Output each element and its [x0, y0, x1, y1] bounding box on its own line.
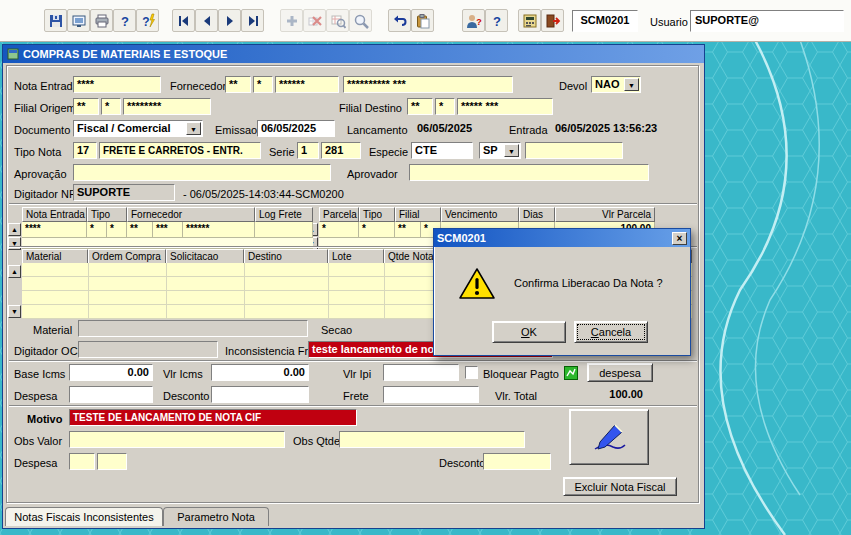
numero-field[interactable]: 281 — [321, 142, 361, 159]
grid-header[interactable]: Tipo — [359, 207, 395, 222]
window-titlebar[interactable]: COMPRAS DE MATERIAIS E ESTOQUE — [3, 45, 704, 63]
scroll-down-button[interactable]: ▼ — [8, 305, 21, 318]
chevron-down-icon[interactable]: ▼ — [504, 144, 519, 157]
grid-header[interactable]: Material — [22, 249, 88, 264]
obs-qtde-field[interactable] — [339, 431, 525, 448]
filial-destino-1-field[interactable]: ** — [407, 98, 433, 115]
vlr-ipi-field[interactable] — [383, 364, 459, 381]
desconto-field[interactable] — [211, 386, 309, 403]
grid-header[interactable]: Ordem Compra — [88, 249, 166, 264]
tipo-nota-desc-field[interactable]: FRETE E CARRETOS - ENTR. — [99, 142, 261, 159]
serie-field[interactable]: 1 — [297, 142, 319, 159]
context-help-button[interactable]: ? — [136, 9, 159, 32]
chevron-down-icon[interactable]: ▼ — [624, 78, 639, 91]
grid-cell[interactable]: * — [319, 222, 359, 238]
grid-cell[interactable]: **** — [22, 222, 87, 238]
grid-header[interactable]: Log Frete — [255, 207, 313, 222]
usuario-input[interactable]: SUPORTE@ — [690, 10, 844, 32]
preview-button[interactable] — [67, 9, 90, 32]
tab-notas-fiscais-inconsistentes[interactable]: Notas Fiscais Inconsistentes — [5, 507, 163, 526]
grid-header[interactable]: Destino — [244, 249, 328, 264]
grid-cell[interactable]: * — [107, 222, 127, 238]
bloquear-pagto-checkbox[interactable] — [465, 366, 478, 379]
search-grid-button[interactable] — [326, 9, 349, 32]
scroll-down-button[interactable]: ▼ — [8, 237, 21, 250]
prior-record-button[interactable] — [195, 9, 218, 32]
chevron-down-icon[interactable]: ▼ — [186, 122, 201, 135]
grid-header[interactable]: Vlr Parcela — [555, 207, 655, 222]
aprovacao-field[interactable] — [73, 164, 331, 181]
dialog-close-icon[interactable]: × — [672, 232, 687, 245]
grid-cell[interactable]: *** — [153, 222, 183, 238]
grid-header[interactable]: Filial — [395, 207, 441, 222]
print-button[interactable] — [90, 9, 113, 32]
despesa-field[interactable] — [69, 386, 153, 403]
despesa2-field-1[interactable] — [69, 453, 95, 470]
filial-destino-3-field[interactable]: ***** *** — [457, 98, 553, 115]
scroll-up-button[interactable]: ▲ — [8, 223, 21, 236]
user-help-button[interactable]: ? — [462, 9, 485, 32]
exit-button[interactable] — [541, 9, 564, 32]
ok-button[interactable]: OK — [492, 321, 566, 343]
dialog-titlebar[interactable]: SCM0201 × — [434, 229, 690, 247]
scroll-up-button[interactable]: ▲ — [8, 265, 21, 278]
grid-cell[interactable] — [255, 222, 313, 238]
tipo-nota-cod-field[interactable]: 17 — [73, 142, 97, 159]
sign-button[interactable] — [569, 409, 649, 465]
uf-combo[interactable]: SP▼ — [479, 142, 521, 159]
grid-cell[interactable]: ** — [395, 222, 421, 238]
despesa2-field-2[interactable] — [97, 453, 127, 470]
base-icms-field[interactable]: 0.00 — [69, 364, 153, 381]
delete-record-button[interactable] — [303, 9, 326, 32]
grid-header[interactable]: Dias — [519, 207, 555, 222]
grid-header[interactable]: Nota Entrada — [22, 207, 87, 222]
devol-combo[interactable]: NAO▼ — [591, 76, 641, 93]
nota-entrada-label: Nota Entrada — [14, 79, 79, 93]
undo-button[interactable] — [388, 9, 411, 32]
paste-button[interactable] — [411, 9, 434, 32]
grid-header[interactable]: Solicitacao — [166, 249, 244, 264]
fornecedor-cod1-field[interactable]: ** — [225, 76, 251, 93]
extra-field[interactable] — [525, 142, 623, 159]
grid-cell[interactable]: * — [359, 222, 395, 238]
fornecedor-cod2-field[interactable]: * — [253, 76, 273, 93]
nota-entrada-field[interactable]: **** — [73, 76, 161, 93]
search-button[interactable] — [349, 9, 372, 32]
insert-record-button[interactable] — [280, 9, 303, 32]
cancel-button[interactable]: Cancela — [574, 321, 648, 343]
frete-field[interactable] — [383, 386, 479, 403]
documento-label: Documento — [14, 123, 70, 137]
filial-origem-3-field[interactable]: ******** — [123, 98, 211, 115]
form-code-box[interactable]: SCM0201 — [572, 10, 638, 32]
save-button[interactable] — [44, 9, 67, 32]
grid-header[interactable]: Tipo — [87, 207, 127, 222]
first-record-button[interactable] — [172, 9, 195, 32]
aprovador-field[interactable] — [409, 164, 649, 181]
grid-header[interactable]: Fornecedor — [127, 207, 255, 222]
about-button[interactable]: ? — [485, 9, 508, 32]
emissao-field[interactable]: 06/05/2025 — [257, 120, 335, 137]
obs-valor-field[interactable] — [69, 431, 285, 448]
documento-combo[interactable]: Fiscal / Comercial▼ — [73, 120, 203, 137]
grid-header[interactable]: Vencimento — [441, 207, 519, 222]
fornecedor-cod3-field[interactable]: ****** — [275, 76, 339, 93]
next-record-button[interactable] — [218, 9, 241, 32]
grid-header[interactable]: Lote — [328, 249, 384, 264]
desconto2-field[interactable] — [483, 453, 551, 470]
grid-cell[interactable]: * — [87, 222, 107, 238]
excluir-nota-button[interactable]: Excluir Nota Fiscal — [563, 477, 677, 496]
fornecedor-nome-field[interactable]: ********** *** — [343, 76, 513, 93]
tab-parametro-nota[interactable]: Parametro Nota — [163, 507, 269, 526]
filial-destino-2-field[interactable]: * — [435, 98, 455, 115]
grid-cell[interactable]: ** — [127, 222, 153, 238]
despesa-button[interactable]: despesa — [587, 363, 653, 382]
grid-header[interactable]: Parcela — [319, 207, 359, 222]
last-record-button[interactable] — [241, 9, 264, 32]
filial-origem-2-field[interactable]: * — [101, 98, 121, 115]
calculator-button[interactable] — [518, 9, 541, 32]
filial-origem-1-field[interactable]: ** — [73, 98, 99, 115]
grid-cell[interactable]: ****** — [183, 222, 255, 238]
especie-field[interactable]: CTE — [411, 142, 473, 159]
vlr-icms-field[interactable]: 0.00 — [211, 364, 309, 381]
help-button[interactable]: ? — [113, 9, 136, 32]
